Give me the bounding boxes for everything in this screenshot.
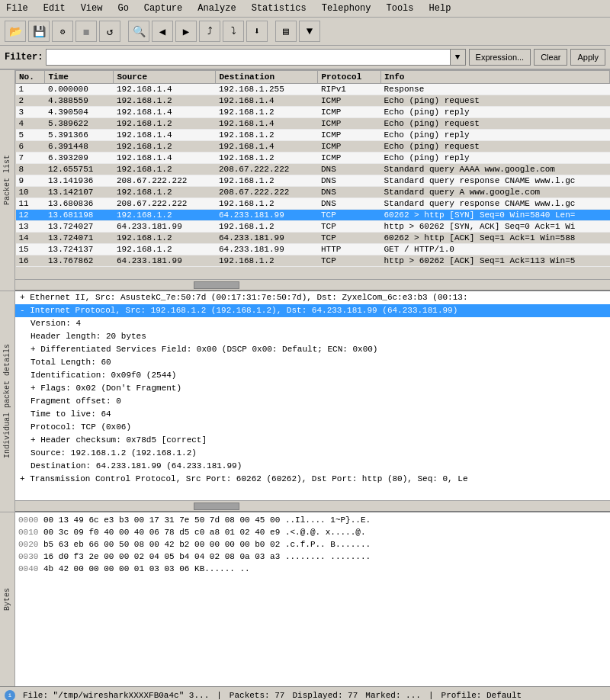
table-row[interactable]: 913.141936208.67.222.222192.168.1.2DNSSt… xyxy=(16,175,610,187)
detail-line: Header length: 20 bytes xyxy=(15,330,610,343)
menu-capture[interactable]: Capture xyxy=(141,2,185,15)
hscroll-thumb xyxy=(194,281,239,289)
status-separator1: | xyxy=(217,691,222,700)
save-button[interactable]: 💾 xyxy=(28,21,50,42)
col-source: Source xyxy=(114,71,216,84)
go-to-last-button[interactable]: ⤵ xyxy=(223,21,244,42)
detail-line: Total Length: 60 xyxy=(15,356,610,369)
table-row[interactable]: 34.390504192.168.1.4192.168.1.2ICMPEcho … xyxy=(16,107,610,118)
packet-details-side-label: Individual packet details xyxy=(0,291,14,512)
table-row[interactable]: 812.655751192.168.1.2208.67.222.222DNSSt… xyxy=(16,164,610,175)
detail-line[interactable]: + Differentiated Services Field: 0x00 (D… xyxy=(15,343,610,356)
menu-tools[interactable]: Tools xyxy=(384,2,417,15)
table-row[interactable]: 45.389622192.168.1.2192.168.1.4ICMPEcho … xyxy=(16,118,610,130)
detail-line[interactable]: - Internet Protocol, Src: 192.168.1.2 (1… xyxy=(15,304,610,317)
table-row[interactable]: 10.000000192.168.1.4192.168.1.255RIPv1Re… xyxy=(16,84,610,95)
detail-line: Destination: 64.233.181.99 (64.233.181.9… xyxy=(15,460,610,473)
col-time: Time xyxy=(45,71,114,84)
expression-button[interactable]: Expression... xyxy=(469,49,531,66)
detail-line: Fragment offset: 0 xyxy=(15,395,610,408)
hex-line: 0020 b5 63 eb 66 00 50 08 00 42 b2 00 00… xyxy=(18,538,607,551)
status-profile: Profile: Default xyxy=(441,691,522,700)
status-icon: i xyxy=(5,690,15,701)
menu-file[interactable]: File xyxy=(3,2,31,15)
capture-options-button[interactable]: ⚙ xyxy=(52,21,73,42)
filter-dropdown-button[interactable]: ▼ xyxy=(451,49,466,66)
filter-input-wrap: ▼ xyxy=(46,49,465,66)
hex-dump-panel: 0000 00 13 49 6c e3 b3 00 17 31 7e 50 7d… xyxy=(15,512,610,686)
status-marked: Marked: ... xyxy=(365,691,421,700)
col-destination: Destination xyxy=(216,71,318,84)
detail-line: Source: 192.168.1.2 (192.168.1.2) xyxy=(15,447,610,460)
status-file: File: "/tmp/wiresharkXXXXFB0a4c" 3... xyxy=(23,691,209,700)
detail-line[interactable]: + Header checksum: 0x78d5 [correct] xyxy=(15,434,610,447)
menu-help[interactable]: Help xyxy=(426,2,454,15)
find-button[interactable]: 🔍 xyxy=(128,21,149,42)
detail-line[interactable]: + Flags: 0x02 (Don't Fragment) xyxy=(15,382,610,395)
col-no: No. xyxy=(16,71,45,84)
details-hscroll[interactable] xyxy=(15,500,610,511)
table-row[interactable]: 1513.724137192.168.1.264.233.181.99HTTPG… xyxy=(16,244,610,255)
bytes-side-label: Bytes xyxy=(0,512,14,686)
menu-statistics[interactable]: Statistics xyxy=(249,2,310,15)
hex-line: 0030 16 d0 f3 2e 00 00 02 04 05 b4 04 02… xyxy=(18,551,607,563)
columns-button[interactable]: ▤ xyxy=(275,21,297,42)
detail-line: Version: 4 xyxy=(15,317,610,330)
table-row[interactable]: 1613.76786264.233.181.99192.168.1.2TCPht… xyxy=(16,255,610,267)
packet-list-hscroll[interactable] xyxy=(15,279,610,290)
hex-line: 0000 00 13 49 6c e3 b3 00 17 31 7e 50 7d… xyxy=(18,514,607,526)
status-displayed: Displayed: 77 xyxy=(292,691,358,700)
packet-list-panel: No. Time Source Destination Protocol Inf… xyxy=(15,70,610,291)
toolbar: 📂 💾 ⚙ ◼ ↺ 🔍 ◀ ▶ ⤴ ⤵ ⬇ ▤ ▼ xyxy=(0,18,610,46)
filter-input[interactable] xyxy=(46,49,450,66)
table-row[interactable]: 1213.681198192.168.1.264.233.181.99TCP60… xyxy=(16,210,610,221)
table-row[interactable]: 55.391366192.168.1.4192.168.1.2ICMPEcho … xyxy=(16,130,610,141)
details-hscroll-thumb xyxy=(194,503,239,510)
col-info: Info xyxy=(381,71,610,84)
detail-line[interactable]: + Ethernet II, Src: AsustekC_7e:50:7d (0… xyxy=(15,291,610,304)
status-packets: Packets: 77 xyxy=(230,691,285,700)
menu-go[interactable]: Go xyxy=(114,2,131,15)
detail-line: Protocol: TCP (0x06) xyxy=(15,421,610,434)
hex-line: 0040 4b 42 00 00 00 00 01 03 03 06 KB...… xyxy=(18,563,607,575)
table-row[interactable]: 76.393209192.168.1.4192.168.1.2ICMPEcho … xyxy=(16,153,610,164)
more-button[interactable]: ▼ xyxy=(299,21,320,42)
menu-view[interactable]: View xyxy=(78,2,106,15)
table-row[interactable]: 1113.680836208.67.222.222192.168.1.2DNSS… xyxy=(16,198,610,210)
go-back-button[interactable]: ◀ xyxy=(152,21,173,42)
filter-label: Filter: xyxy=(5,52,43,63)
col-protocol: Protocol xyxy=(318,71,381,84)
detail-line: Time to live: 64 xyxy=(15,408,610,421)
stop-button[interactable]: ◼ xyxy=(75,21,97,42)
restart-button[interactable]: ↺ xyxy=(99,21,120,42)
table-row[interactable]: 24.388559192.168.1.2192.168.1.4ICMPEcho … xyxy=(16,95,610,107)
go-to-first-button[interactable]: ⤴ xyxy=(199,21,220,42)
menu-analyze[interactable]: Analyze xyxy=(194,2,239,15)
apply-button[interactable]: Apply xyxy=(570,49,605,66)
go-forward-button[interactable]: ▶ xyxy=(175,21,197,42)
status-separator2: | xyxy=(429,691,434,700)
filterbar: Filter: ▼ Expression... Clear Apply xyxy=(0,46,610,70)
menu-telephony[interactable]: Telephony xyxy=(319,2,374,15)
menubar: File Edit View Go Capture Analyze Statis… xyxy=(0,0,610,18)
table-row[interactable]: 1313.72402764.233.181.99192.168.1.2TCPht… xyxy=(16,221,610,233)
hex-line: 0010 00 3c 09 f0 40 00 40 06 78 d5 c0 a8… xyxy=(18,526,607,538)
packet-list-side-label: Packet list xyxy=(0,70,14,291)
packet-table: No. Time Source Destination Protocol Inf… xyxy=(15,70,610,267)
open-button[interactable]: 📂 xyxy=(5,21,26,42)
statusbar: i File: "/tmp/wiresharkXXXXFB0a4c" 3... … xyxy=(0,686,610,700)
menu-edit[interactable]: Edit xyxy=(40,2,69,15)
table-row[interactable]: 1413.724071192.168.1.264.233.181.99TCP60… xyxy=(16,233,610,244)
packet-details-scroll[interactable]: + Ethernet II, Src: AsustekC_7e:50:7d (0… xyxy=(15,291,610,500)
clear-button[interactable]: Clear xyxy=(534,49,567,66)
detail-line[interactable]: + Transmission Control Protocol, Src Por… xyxy=(15,473,610,486)
table-row[interactable]: 66.391448192.168.1.2192.168.1.4ICMPEcho … xyxy=(16,141,610,153)
packet-details-panel: + Ethernet II, Src: AsustekC_7e:50:7d (0… xyxy=(15,291,610,512)
colorize-button[interactable]: ⬇ xyxy=(246,21,268,42)
table-row[interactable]: 1013.142107192.168.1.2208.67.222.222DNSS… xyxy=(16,187,610,198)
detail-line: Identification: 0x09f0 (2544) xyxy=(15,369,610,382)
